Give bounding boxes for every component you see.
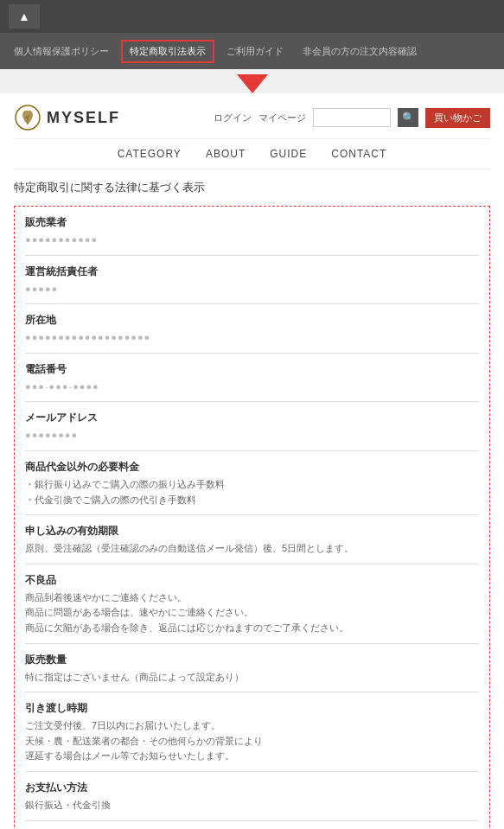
legal-section: 電話番号●●●-●●●-●●●● — [25, 362, 479, 403]
section-content: ●●●●●●●● — [25, 428, 479, 443]
section-content: ●●●●●●●●●●● — [25, 233, 479, 248]
section-title: お支払い方法 — [25, 781, 479, 795]
main-content: MYSELF ログイン マイページ 🔍 買い物かご CATEGORY ABOUT… — [0, 93, 504, 829]
legal-box: 販売業者●●●●●●●●●●●運営統括責任者●●●●●所在地●●●●●●●●●●… — [14, 206, 490, 829]
section-title: 商品代金以外の必要料金 — [25, 460, 479, 475]
site-header: MYSELF ログイン マイページ 🔍 買い物かご — [14, 93, 490, 139]
section-divider — [25, 771, 479, 772]
arrow-down-icon — [237, 74, 268, 93]
section-title: 所在地 — [25, 313, 479, 328]
section-title: 電話番号 — [25, 362, 479, 377]
search-input[interactable] — [313, 108, 391, 127]
cart-button[interactable]: 買い物かご — [425, 108, 490, 128]
logo-icon — [14, 104, 41, 131]
section-content: 原則、受注確認（受注確認のみの自動送信メール発信）後、5日間とします。 — [25, 541, 479, 557]
nav-item-tokushoho[interactable]: 特定商取引法表示 — [121, 40, 214, 63]
section-divider — [25, 514, 479, 515]
section-title: 運営統括責任者 — [25, 265, 479, 279]
nav-about[interactable]: ABOUT — [206, 148, 246, 160]
section-divider — [25, 564, 479, 564]
arrow-container — [0, 69, 504, 93]
legal-section: 運営統括責任者●●●●● — [25, 265, 479, 305]
nav-category[interactable]: CATEGORY — [118, 148, 182, 160]
section-divider — [25, 450, 479, 451]
legal-section: 商品代金以外の必要料金・銀行振り込みでご購入の際の振り込み手数料 ・代金引換でご… — [25, 460, 479, 515]
section-divider — [25, 255, 479, 256]
search-button[interactable]: 🔍 — [398, 108, 418, 127]
scroll-up-button[interactable]: ▲ — [9, 4, 40, 29]
section-title: 申し込みの有効期限 — [25, 524, 479, 539]
legal-section: お支払い方法銀行振込・代金引換 — [25, 781, 479, 821]
section-title: 販売業者 — [25, 215, 479, 230]
section-divider — [25, 692, 479, 692]
section-content: 特に指定はございません（商品によって設定あり） — [25, 670, 479, 686]
section-content: 商品到着後速やかにご連絡ください。 商品に問題がある場合は、速やかにご連絡くださ… — [25, 590, 479, 636]
login-link[interactable]: ログイン — [214, 112, 252, 124]
top-bar: ▲ フッター — [0, 0, 504, 33]
nav-contact[interactable]: CONTACT — [331, 148, 386, 160]
section-content: ●●●-●●●-●●●● — [25, 379, 479, 395]
legal-section: 申し込みの有効期限原則、受注確認（受注確認のみの自動送信メール発信）後、5日間と… — [25, 524, 479, 564]
section-content: ●●●●● — [25, 282, 479, 297]
page-title: 特定商取引に関する法律に基づく表示 — [14, 169, 490, 202]
section-content: ご注文受付後、7日以内にお届けいたします。 天候・農・配送業者の都合・その他何ら… — [25, 718, 479, 764]
section-title: 不良品 — [25, 573, 479, 588]
legal-section: 不良品商品到着後速やかにご連絡ください。 商品に問題がある場合は、速やかにご連絡… — [25, 573, 479, 644]
section-divider — [25, 401, 479, 402]
legal-section: 販売数量特に指定はございません（商品によって設定あり） — [25, 653, 479, 693]
legal-section: 所在地●●●●●●●●●●●●●●●●●●● — [25, 313, 479, 354]
section-content: ●●●●●●●●●●●●●●●●●●● — [25, 330, 479, 346]
section-divider — [25, 643, 479, 644]
section-content: 銀行振込・代金引換 — [25, 798, 479, 813]
nav-guide[interactable]: GUIDE — [270, 148, 307, 160]
section-title: メールアドレス — [25, 411, 479, 425]
section-divider — [25, 303, 479, 304]
logo-text: MYSELF — [47, 109, 120, 127]
section-content: ・銀行振り込みでご購入の際の振り込み手数料 ・代金引換でご購入の際の代引き手数料 — [25, 477, 479, 507]
section-title: 販売数量 — [25, 653, 479, 667]
legal-section: メールアドレス●●●●●●●● — [25, 411, 479, 451]
mypage-link[interactable]: マイページ — [258, 112, 306, 124]
nav-item-guide[interactable]: ご利用ガイド — [220, 41, 290, 61]
site-nav: CATEGORY ABOUT GUIDE CONTACT — [14, 139, 490, 169]
legal-section: 販売業者●●●●●●●●●●● — [25, 215, 479, 256]
nav-item-privacy[interactable]: 個人情報保護ポリシー — [7, 41, 116, 61]
section-divider — [25, 353, 479, 354]
logo-area: MYSELF — [14, 104, 214, 131]
legal-section: 引き渡し時期ご注文受付後、7日以内にお届けいたします。 天候・農・配送業者の都合… — [25, 701, 479, 772]
nav-item-nonmember[interactable]: 非会員の方の注文内容確認 — [296, 41, 424, 61]
section-divider — [25, 820, 479, 821]
section-title: 引き渡し時期 — [25, 701, 479, 716]
nav-bar: 個人情報保護ポリシー 特定商取引法表示 ご利用ガイド 非会員の方の注文内容確認 — [0, 33, 504, 69]
header-right: ログイン マイページ 🔍 買い物かご — [214, 108, 490, 128]
